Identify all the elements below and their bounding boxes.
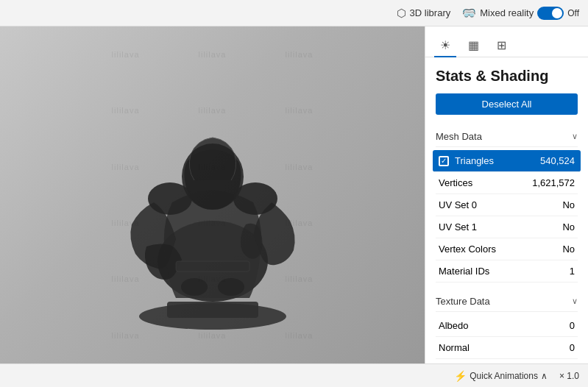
mesh-data-label: Mesh Data bbox=[436, 131, 482, 142]
off-label: Off bbox=[567, 8, 579, 18]
vertex-colors-value: No bbox=[562, 244, 575, 255]
animations-chevron-icon: ∧ bbox=[541, 371, 548, 381]
vertex-colors-label: Vertex Colors bbox=[439, 244, 496, 255]
model-3d bbox=[117, 55, 308, 335]
panel-tabs: ☀ ▦ ⊞ bbox=[425, 26, 588, 57]
albedo-row[interactable]: Albedo 0 bbox=[436, 315, 578, 337]
right-panel: ☀ ▦ ⊞ Stats & Shading Deselect All Mesh … bbox=[425, 26, 588, 363]
sun-icon: ☀ bbox=[440, 39, 450, 52]
toggle-knob bbox=[552, 8, 562, 18]
triangles-value: 540,524 bbox=[540, 155, 575, 166]
library-icon: ⬡ bbox=[397, 7, 406, 20]
triangles-checkbox[interactable]: ✓ bbox=[439, 156, 449, 166]
triangles-label: Triangles bbox=[455, 155, 494, 166]
library-button[interactable]: ⬡ 3D library bbox=[397, 7, 451, 20]
svg-point-8 bbox=[181, 278, 208, 296]
vertices-label: Vertices bbox=[439, 177, 472, 188]
vertices-value: 1,621,572 bbox=[532, 177, 575, 188]
chart-icon: ▦ bbox=[468, 39, 479, 52]
uvset1-value: No bbox=[562, 221, 575, 232]
albedo-value: 0 bbox=[570, 320, 575, 331]
vertex-colors-row[interactable]: Vertex Colors No bbox=[436, 238, 578, 260]
mixed-reality-icon: 🥽 bbox=[462, 7, 476, 20]
uvset0-row[interactable]: UV Set 0 No bbox=[436, 194, 578, 216]
speed-item[interactable]: × 1.0 bbox=[559, 371, 579, 381]
uvset1-label: UV Set 1 bbox=[439, 221, 477, 232]
library-label: 3D library bbox=[410, 7, 451, 18]
panel-title: Stats & Shading bbox=[436, 68, 578, 85]
uvset0-value: No bbox=[562, 199, 575, 210]
normal-label: Normal bbox=[439, 342, 470, 353]
animations-icon: ⚡ bbox=[454, 370, 467, 382]
vertices-row[interactable]: Vertices 1,621,572 bbox=[436, 172, 578, 194]
tab-grid[interactable]: ⊞ bbox=[491, 34, 512, 57]
deselect-all-button[interactable]: Deselect All bbox=[436, 93, 578, 115]
tab-sun[interactable]: ☀ bbox=[434, 34, 456, 57]
speed-label: × 1.0 bbox=[559, 371, 579, 381]
normal-row[interactable]: Normal 0 bbox=[436, 337, 578, 359]
svg-point-9 bbox=[218, 278, 244, 296]
viewport[interactable]: lililavalililavalililava lililavalililav… bbox=[0, 26, 425, 363]
quick-animations-item[interactable]: ⚡ Quick Animations ∧ bbox=[454, 370, 548, 382]
grid-icon: ⊞ bbox=[497, 39, 506, 52]
material-ids-label: Material IDs bbox=[439, 266, 489, 277]
material-ids-row[interactable]: Material IDs 1 bbox=[436, 260, 578, 283]
mesh-data-section-header[interactable]: Mesh Data ∨ bbox=[436, 127, 578, 147]
texture-data-section-header[interactable]: Texture Data ∨ bbox=[436, 291, 578, 312]
mixed-reality-toggle-group: 🥽 Mixed reality Off bbox=[462, 7, 579, 20]
mixed-reality-label: Mixed reality bbox=[480, 7, 534, 18]
mesh-data-chevron: ∨ bbox=[572, 132, 578, 141]
material-ids-value: 1 bbox=[570, 266, 575, 277]
triangles-row-left: ✓ Triangles bbox=[439, 155, 494, 166]
texture-data-label: Texture Data bbox=[436, 296, 490, 307]
panel-content: Stats & Shading Deselect All Mesh Data ∨… bbox=[425, 57, 588, 363]
albedo-label: Albedo bbox=[439, 320, 468, 331]
animations-label: Quick Animations bbox=[470, 371, 538, 381]
svg-rect-7 bbox=[176, 261, 249, 271]
statusbar: ⚡ Quick Animations ∧ × 1.0 bbox=[0, 363, 588, 387]
main-area: lililavalililavalililava lililavalililav… bbox=[0, 26, 588, 363]
triangles-row[interactable]: ✓ Triangles 540,524 bbox=[433, 150, 581, 172]
normal-value: 0 bbox=[570, 342, 575, 353]
model-svg bbox=[117, 55, 308, 335]
topbar: ⬡ 3D library 🥽 Mixed reality Off bbox=[0, 0, 588, 26]
tab-chart[interactable]: ▦ bbox=[462, 34, 485, 57]
uvset1-row[interactable]: UV Set 1 No bbox=[436, 216, 578, 238]
uvset0-label: UV Set 0 bbox=[439, 199, 477, 210]
texture-data-chevron: ∨ bbox=[572, 297, 578, 306]
mixed-reality-toggle[interactable] bbox=[537, 7, 564, 20]
